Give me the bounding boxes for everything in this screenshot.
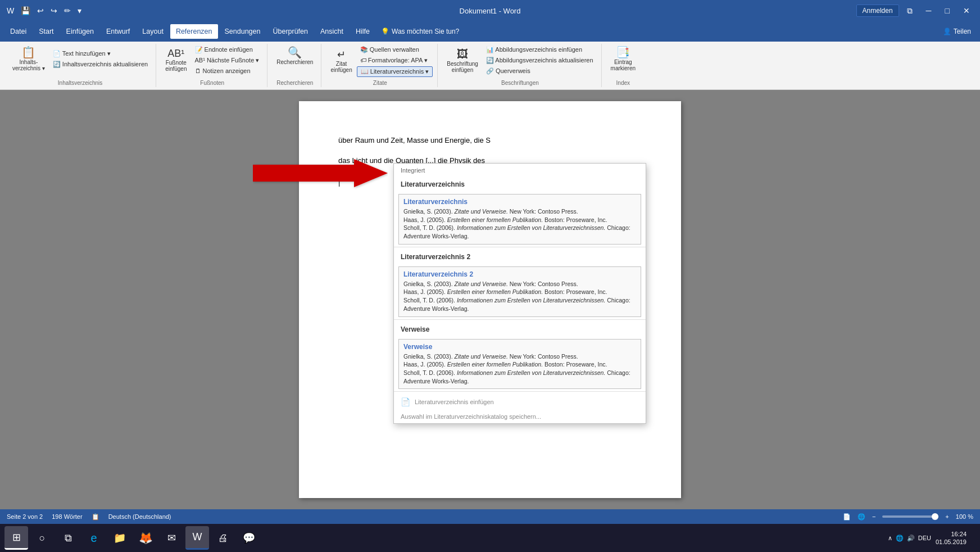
clock-time: 16:24 [936, 530, 967, 538]
ribbon-btn-abbildungsverzeichnis[interactable]: 📊 Abbildungsverzeichnis einfügen [483, 45, 597, 55]
insert-icon: 📄 [401, 397, 410, 406]
ribbon-btn-literaturverzeichnis[interactable]: 📖 Literaturverzeichnis ▾ [357, 66, 433, 77]
ribbon-btn-zitat[interactable]: ↵ Zitateinfügen [327, 48, 355, 75]
ribbon-btn-inhaltsverzeichnis[interactable]: 📋 Inhalts-verzeichnis ▾ [9, 45, 48, 73]
maximize-button[interactable]: □ [940, 0, 955, 21]
menu-ansicht[interactable]: Ansicht [315, 24, 349, 39]
ribbon-row: 🖼 Beschriftungeinfügen 📊 Abbildungsverze… [443, 45, 596, 76]
dropdown-section3-header: Verweise [394, 322, 646, 337]
ribbon-btn-abbildungsverzeichnis-ak[interactable]: 🔄 Abbildungsverzeichnis aktualisieren [483, 56, 597, 65]
minimize-button[interactable]: ─ [920, 0, 937, 21]
proofread-icon: 📋 [92, 513, 99, 521]
taskbar-clock[interactable]: 16:24 01.05.2019 [936, 530, 967, 546]
dropdown-item1-ref3: Scholl, T. D. (2006). Informationen zum … [403, 224, 636, 240]
taskbar-mail-button[interactable]: ✉ [160, 526, 183, 550]
menu-start[interactable]: Start [33, 24, 59, 39]
zoom-slider[interactable] [882, 515, 938, 518]
signin-button[interactable]: Anmelden [856, 4, 899, 17]
ribbon-row: 🔍 Recherchieren [273, 45, 316, 67]
restore-button[interactable]: ⧉ [901, 0, 918, 21]
save-button[interactable]: 💾 [19, 5, 33, 16]
taskbar-taskview-button[interactable]: ⧉ [56, 526, 80, 550]
dropdown-item1-title: Literaturverzeichnis [403, 198, 636, 206]
ribbon-group-label-index: Index [616, 78, 630, 86]
word-icon[interactable]: W [4, 5, 16, 16]
dropdown-footer-insert[interactable]: 📄 Literaturverzeichnis einfügen [394, 394, 646, 410]
word-count: 198 Wörter [52, 513, 82, 520]
menu-bar: Datei Start Einfügen Entwurf Layout Refe… [0, 21, 980, 42]
ribbon-group-label-fussnoten: Fußnoten [200, 78, 224, 86]
ribbon-group-fussnoten: AB¹ Fußnoteeinfügen 📝 Endnote einfügen A… [157, 44, 267, 87]
volume-icon[interactable]: 🔊 [907, 535, 915, 542]
ribbon-btn-querverweis[interactable]: 🔗 Querverweis [483, 66, 597, 76]
taskbar-printer-button[interactable]: 🖨 [211, 526, 235, 550]
ribbon-btn-naechste-fussnote[interactable]: AB¹ Nächste Fußnote ▾ [192, 56, 263, 65]
taskbar-search-button[interactable]: ○ [30, 526, 54, 550]
ribbon-btn-recherchieren[interactable]: 🔍 Recherchieren [273, 45, 316, 67]
ribbon-btn-aktualisieren[interactable]: 🔄 Inhaltsverzeichnis aktualisieren [49, 60, 151, 69]
menu-sendungen[interactable]: Sendungen [219, 24, 266, 39]
content-area: über Raum und Zeit, Masse und Energie, d… [0, 90, 980, 509]
view-icon-print[interactable]: 📄 [843, 513, 851, 521]
dropdown-item3-ref3: Scholl, T. D. (2006). Informationen zum … [403, 369, 636, 385]
dropdown-section1-header: Literaturverzeichnis [394, 177, 646, 192]
ribbon-group-label-zitate: Zitate [373, 78, 387, 86]
menu-hilfe[interactable]: Hilfe [350, 24, 375, 39]
taskbar-edge-button[interactable]: e [82, 526, 106, 550]
zoom-in-icon[interactable]: + [945, 513, 949, 520]
dropdown-item1-ref1: Gnielka, S. (2003). Zitate und Verweise.… [403, 207, 636, 216]
share-button[interactable]: 👤 Teilen [938, 25, 976, 38]
ribbon-btn-notizen[interactable]: 🗒 Notizen anzeigen [192, 66, 263, 75]
ribbon-btn-fussnote[interactable]: AB¹ Fußnoteeinfügen [162, 47, 190, 74]
ribbon-btn-text-hinzufuegen[interactable]: 📄 Text hinzufügen ▾ [49, 49, 151, 58]
menu-ueberpruefen[interactable]: Überprüfen [267, 24, 314, 39]
language: Deutsch (Deutschland) [108, 513, 171, 520]
zoom-out-icon[interactable]: − [872, 513, 875, 520]
view-icon-web[interactable]: 🌐 [858, 513, 865, 521]
dropdown-item-2[interactable]: Literaturverzeichnis 2 Gnielka, S. (2003… [398, 266, 641, 317]
dropdown-footer-save[interactable]: Auswahl im Literaturverzeichniskatalog s… [394, 410, 646, 423]
taskbar-right: ∧ 🌐 🔊 DEU 16:24 01.05.2019 [888, 526, 976, 550]
taskbar-explorer-button[interactable]: 📁 [108, 526, 131, 550]
ribbon-btn-quellen-verwalten[interactable]: 📚 Quellen verwalten [357, 45, 433, 55]
ribbon-btn-eintrag[interactable]: 📑 Eintragmarkieren [607, 45, 639, 73]
taskbar-whatsapp-button[interactable]: 💬 [237, 526, 261, 550]
literaturverzeichnis-dropdown[interactable]: Integriert Literaturverzeichnis Literatu… [393, 163, 646, 424]
dropdown-item-1[interactable]: Literaturverzeichnis Gnielka, S. (2003).… [398, 194, 641, 245]
language-indicator: DEU [918, 535, 931, 541]
recherchieren-icon: 🔍 [288, 47, 302, 58]
tray-up-icon[interactable]: ∧ [888, 535, 892, 542]
close-button[interactable]: ✕ [958, 0, 976, 21]
status-bar: Seite 2 von 2 198 Wörter 📋 Deutsch (Deut… [0, 509, 980, 524]
more-button[interactable]: ▾ [75, 5, 84, 16]
ideas-button[interactable]: 💡 Was möchten Sie tun? [381, 28, 459, 35]
ribbon-col: 📊 Abbildungsverzeichnis einfügen 🔄 Abbil… [483, 45, 597, 76]
ribbon-group-label-inhaltsverzeichnis: Inhaltsverzeichnis [58, 78, 102, 86]
undo-button[interactable]: ↩ [35, 5, 46, 16]
taskbar-firefox-button[interactable]: 🦊 [134, 526, 157, 550]
ribbon-group-zitate: ↵ Zitateinfügen 📚 Quellen verwalten 🏷 Fo… [323, 44, 438, 87]
ribbon-btn-formatvorlage[interactable]: 🏷 Formatvorlage: APA ▾ [357, 56, 433, 65]
menu-entwurf[interactable]: Entwurf [101, 24, 135, 39]
dropdown-item-3[interactable]: Verweise Gnielka, S. (2003). Zitate und … [398, 339, 641, 390]
show-desktop-button[interactable] [971, 526, 976, 550]
dropdown-divider3 [394, 391, 646, 392]
title-bar: W 💾 ↩ ↪ ✏ ▾ Dokument1 - Word Anmelden ⧉ … [0, 0, 980, 21]
menu-datei[interactable]: Datei [4, 24, 32, 39]
inhaltsverzeichnis-icon: 📋 [21, 47, 35, 58]
status-right: 📄 🌐 − + 100 % [843, 513, 973, 521]
customize-button[interactable]: ✏ [62, 5, 73, 16]
ribbon-group-label-recherchieren: Recherchieren [276, 78, 313, 86]
dropdown-item3-title: Verweise [403, 343, 636, 351]
ribbon-btn-endnote[interactable]: 📝 Endnote einfügen [192, 45, 263, 55]
taskbar-start-button[interactable]: ⊞ [4, 526, 28, 550]
ribbon-btn-beschriftung[interactable]: 🖼 Beschriftungeinfügen [443, 47, 482, 75]
ribbon-col: 📄 Text hinzufügen ▾ 🔄 Inhaltsverzeichnis… [49, 49, 151, 69]
menu-einfuegen[interactable]: Einfügen [61, 24, 99, 39]
dropdown-item2-ref2: Haas, J. (2005). Erstellen einer formell… [403, 288, 636, 296]
menu-layout[interactable]: Layout [137, 24, 169, 39]
title-bar-left: W 💾 ↩ ↪ ✏ ▾ [4, 5, 84, 16]
menu-referenzen[interactable]: Referenzen [170, 24, 218, 39]
redo-button[interactable]: ↪ [48, 5, 60, 16]
taskbar-word-button[interactable]: W [185, 526, 209, 550]
